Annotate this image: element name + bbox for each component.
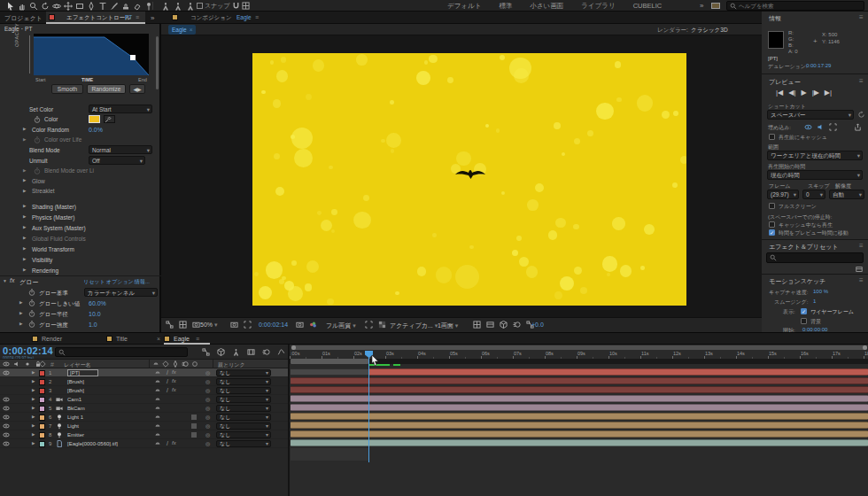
property-label[interactable]: Set Color xyxy=(29,106,53,112)
visibility-icon[interactable] xyxy=(3,440,10,447)
layer-row-pt[interactable]: ▶1[PT]/fx◎なし▾ xyxy=(0,368,288,377)
quality-switch[interactable]: / xyxy=(167,387,168,393)
background-checkbox[interactable] xyxy=(801,318,807,324)
glow-param-dropdown[interactable]: カラーチャンネル▾ xyxy=(84,288,158,297)
expand-arrow-icon[interactable]: ▶ xyxy=(32,397,35,401)
switch-shy-icon[interactable] xyxy=(152,360,159,368)
layer-shy-icon[interactable] xyxy=(154,369,161,376)
panel-menu-icon[interactable]: ≡ xyxy=(859,77,864,85)
expand-arrow-icon[interactable]: ▶ xyxy=(19,311,22,315)
expand-arrow-icon[interactable]: ▶ xyxy=(32,379,35,384)
layer-name[interactable]: [Brush] xyxy=(67,388,84,393)
layer-type-camera-icon[interactable] xyxy=(56,405,63,412)
stopwatch-icon[interactable] xyxy=(28,299,35,306)
layer-name[interactable]: BkCam xyxy=(67,406,85,411)
search-icon[interactable] xyxy=(730,3,737,10)
layer-bar-pre[interactable] xyxy=(291,368,368,376)
search-icon[interactable] xyxy=(58,349,66,356)
layer-name[interactable]: Cam1 xyxy=(67,397,81,402)
viewer-grid-icon[interactable] xyxy=(179,321,187,329)
expand-arrow-icon[interactable]: ▶ xyxy=(23,236,26,240)
tab-composition-label[interactable]: コンポジション xyxy=(190,14,232,22)
layer-row-emitter[interactable]: ▶8Emitter◎なし▾ xyxy=(0,430,288,439)
tool-hand-icon[interactable] xyxy=(18,2,27,11)
motion-sketch-title[interactable]: モーションスケッチ xyxy=(769,277,825,286)
parent-pickwhip-icon[interactable]: ◎ xyxy=(205,396,210,402)
visibility-icon[interactable] xyxy=(3,396,10,403)
viewer-roi-icon[interactable] xyxy=(244,321,252,329)
switch-circ-icon[interactable] xyxy=(191,360,198,368)
tool-clone-stamp-icon[interactable] xyxy=(121,2,130,11)
layer-3d-switch[interactable] xyxy=(191,415,197,420)
layer-row-cam1[interactable]: ▶4Cam1◎なし▾ xyxy=(0,395,288,404)
composition-view[interactable] xyxy=(252,53,686,306)
workspace-小さい画面[interactable]: 小さい画面 xyxy=(530,2,563,11)
panel-menu-icon[interactable]: ≡ xyxy=(859,242,864,250)
parent-select[interactable]: なし▾ xyxy=(216,387,271,394)
snap-angle-icon[interactable] xyxy=(232,2,240,10)
layer-name[interactable]: [Eagle[0000-0560].tif] xyxy=(67,441,118,446)
layer-label-swatch[interactable] xyxy=(39,432,45,438)
panel-menu-icon[interactable]: ≡ xyxy=(859,13,864,21)
expand-arrow-icon[interactable]: ▶ xyxy=(23,137,26,142)
layer-name[interactable]: [Brush] xyxy=(67,379,84,384)
layer-bar[interactable] xyxy=(291,377,868,384)
parent-pickwhip-icon[interactable]: ◎ xyxy=(205,431,210,438)
tab-project[interactable]: プロジェクト xyxy=(4,14,43,23)
stopwatch-icon[interactable] xyxy=(28,289,35,296)
expand-arrow-icon[interactable]: ▶ xyxy=(32,406,35,410)
layer-shy-icon[interactable] xyxy=(154,387,161,394)
expand-arrow-icon[interactable]: ▶ xyxy=(19,300,22,305)
switch-pen-icon[interactable] xyxy=(172,360,179,368)
stopwatch-icon[interactable] xyxy=(34,116,41,123)
viewer-flow-icon[interactable] xyxy=(166,321,174,329)
work-area-bar[interactable] xyxy=(291,359,368,364)
glow-param-value[interactable]: 1.0 xyxy=(89,322,97,328)
tool-rotate-icon[interactable] xyxy=(41,2,50,11)
tool-rectangle-icon[interactable] xyxy=(75,2,84,11)
timeline-search[interactable] xyxy=(55,347,188,357)
framerate-select[interactable]: (29.97)▾ xyxy=(767,190,799,199)
layer-type-file-icon[interactable] xyxy=(56,440,63,447)
property-label[interactable]: Glow xyxy=(32,178,45,184)
tab-eagle[interactable]: × Eagle ≡ xyxy=(164,335,210,345)
viewer-snapshot-icon[interactable] xyxy=(296,321,304,329)
panel-corner-icon[interactable] xyxy=(856,266,863,273)
layer-label-swatch[interactable] xyxy=(39,423,45,430)
expand-arrow-icon[interactable]: ▶ xyxy=(23,257,26,261)
parent-select[interactable]: なし▾ xyxy=(216,440,271,447)
layer-3d-switch[interactable] xyxy=(191,423,197,429)
current-timecode[interactable]: 0:00:02:14 xyxy=(3,345,53,356)
viewer-snapshot-icon[interactable] xyxy=(192,321,200,329)
range-select[interactable]: ワークエリアと現在の時間▾ xyxy=(767,151,863,160)
parent-select[interactable]: なし▾ xyxy=(216,422,271,430)
property-dropdown[interactable]: At Start▾ xyxy=(89,105,152,113)
glow-effect-header[interactable]: ▼ fx グロー リセット オプション... 情報... xyxy=(0,275,161,286)
layer-name[interactable]: Light 1 xyxy=(67,415,83,420)
timeline-mblur-icon[interactable] xyxy=(262,348,270,356)
expand-arrow-icon[interactable]: ▶ xyxy=(32,370,35,375)
parent-select[interactable]: なし▾ xyxy=(216,396,271,403)
layer-row-eagle00000560tif[interactable]: ▶9[Eagle[0000-0560].tif]/fx◎なし▾ xyxy=(0,439,288,448)
property-label[interactable]: Unmult xyxy=(29,158,48,164)
layer-type-light-icon[interactable] xyxy=(56,414,63,421)
property-value[interactable]: 0.0% xyxy=(89,127,103,133)
layer-row-light1[interactable]: ▶6Light 1◎なし▾ xyxy=(0,413,288,422)
layer-bar[interactable] xyxy=(291,413,868,420)
workspace-ライブラリ[interactable]: ライブラリ xyxy=(581,2,615,11)
column-speaker-icon[interactable] xyxy=(13,360,20,368)
timeline-search-input[interactable] xyxy=(67,349,184,355)
property-label[interactable]: Physics (Master) xyxy=(32,214,74,221)
smooth-button[interactable]: Smooth xyxy=(51,84,83,94)
tool-eraser-icon[interactable] xyxy=(133,2,142,11)
timeline-cube-icon[interactable] xyxy=(217,348,225,356)
layer-name[interactable]: [PT] xyxy=(67,369,98,376)
parent-select[interactable]: なし▾ xyxy=(216,369,271,376)
viewer-tab-eagle[interactable]: Eagle× xyxy=(168,25,196,35)
include-video-icon[interactable] xyxy=(804,123,812,131)
opacity-graph[interactable] xyxy=(34,34,149,75)
label-column-icon[interactable] xyxy=(39,360,46,368)
tab-menu-icon[interactable]: ≡ xyxy=(255,14,259,20)
snap-toggle[interactable]: スナップ xyxy=(197,0,250,12)
fullscreen-checkbox[interactable] xyxy=(769,203,775,209)
